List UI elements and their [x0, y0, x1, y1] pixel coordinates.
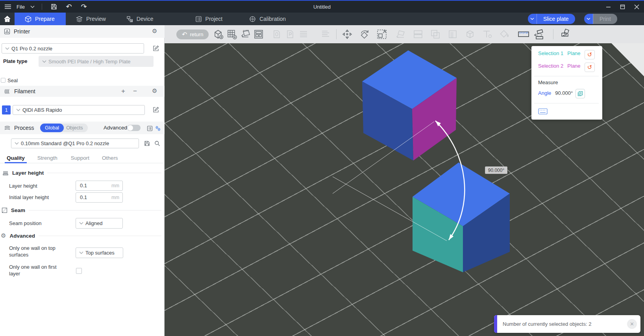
text-tool-icon[interactable]	[481, 28, 494, 41]
split-window-puzzle-icon[interactable]	[559, 28, 572, 41]
assembly-list-icon[interactable]	[319, 28, 332, 41]
tab-device[interactable]: Device	[116, 13, 164, 25]
layer-height-unit: mm	[111, 183, 119, 188]
prepare-cube-icon	[25, 16, 31, 22]
slice-plate-button[interactable]: Slice plate	[537, 14, 575, 24]
return-button[interactable]: ↶ return	[176, 30, 209, 39]
keyboard-shortcuts-icon[interactable]	[538, 107, 548, 115]
tab-preview[interactable]: Preview	[66, 13, 116, 25]
seam-position-dropdown[interactable]: Aligned	[76, 218, 123, 229]
slice-options-chevron-icon[interactable]	[528, 14, 537, 24]
edit-filament-icon[interactable]	[152, 106, 160, 114]
tab-quality[interactable]: Quality	[7, 155, 25, 161]
filament-section-header: Filament + − ⚙	[0, 86, 165, 97]
mesh-boolean-icon[interactable]	[463, 28, 477, 41]
variable-layer-height-icon[interactable]	[297, 28, 310, 41]
compare-presets-gears-icon[interactable]	[154, 125, 161, 132]
selection1-reset-icon[interactable]: ↺	[585, 50, 595, 59]
printer-icon	[4, 28, 10, 35]
split-to-objects-icon[interactable]	[429, 28, 442, 41]
hamburger-menu-icon[interactable]	[5, 4, 11, 9]
printer-preset-dropdown[interactable]: Q1 Pro 0.2 nozzle	[2, 43, 144, 54]
project-icon	[195, 16, 202, 22]
process-list-icon[interactable]	[146, 125, 153, 132]
copy-angle-icon[interactable]	[576, 89, 585, 98]
return-undo-icon: ↶	[182, 31, 187, 38]
only-one-wall-top-label: Only one wall on top surfaces	[9, 245, 68, 258]
print-options-chevron-icon[interactable]	[584, 14, 593, 24]
chevron-down-icon	[42, 60, 46, 63]
initial-layer-height-label: Initial layer height	[9, 194, 49, 200]
scope-global[interactable]: Global	[40, 124, 64, 132]
filament-slot-badge[interactable]: 1	[2, 105, 11, 114]
minimize-icon[interactable]	[604, 2, 613, 11]
paint-tool-icon[interactable]	[498, 28, 511, 41]
search-preset-icon[interactable]	[153, 139, 161, 147]
file-menu[interactable]: File	[17, 4, 25, 10]
assembly-view-icon[interactable]	[533, 28, 546, 41]
remove-filament-icon[interactable]: −	[133, 87, 137, 95]
tab-others[interactable]: Others	[102, 155, 118, 161]
paste-icon[interactable]	[283, 28, 297, 41]
move-tool-icon[interactable]	[341, 28, 354, 41]
undo-icon[interactable]: ↶	[64, 2, 74, 11]
add-object-icon[interactable]	[212, 28, 225, 41]
split-to-parts-icon[interactable]	[446, 28, 459, 41]
quality-tab-underline	[5, 162, 27, 163]
measure-panel: Selection 1 Plane ↺ Selection 2 Plane ↺ …	[531, 46, 602, 120]
tab-project[interactable]: Project	[185, 13, 233, 25]
only-one-wall-top-dropdown[interactable]: Top surfaces	[76, 247, 123, 258]
process-preset-dropdown[interactable]: 0.10mm Standard @Q1 Pro 0.2 nozzle	[11, 138, 139, 148]
maximize-icon[interactable]	[618, 2, 627, 11]
initial-layer-height-input[interactable]	[76, 193, 104, 202]
chevron-down-icon	[15, 142, 19, 145]
lay-on-face-icon[interactable]	[394, 28, 407, 41]
selection2-reset-icon[interactable]: ↺	[585, 63, 595, 72]
seam-position-label: Seam position	[9, 220, 41, 226]
rotate-tool-icon[interactable]	[358, 28, 371, 41]
arrange-icon[interactable]	[252, 28, 265, 41]
tab-support[interactable]: Support	[71, 155, 89, 161]
cut-tool-icon[interactable]	[411, 28, 425, 41]
seal-label: Seal	[7, 78, 18, 83]
copy-icon[interactable]	[270, 28, 283, 41]
measure-tool-icon[interactable]	[517, 28, 530, 41]
tab-prepare[interactable]: Prepare	[15, 13, 66, 25]
filament-preset-dropdown[interactable]: QIDI ABS Rapido	[13, 105, 145, 115]
plate-type-dropdown[interactable]: Smooth PEI Plate / High Temp Plate	[39, 56, 154, 67]
auto-orient-icon[interactable]: AUTO	[239, 28, 252, 41]
add-plate-icon[interactable]	[225, 28, 239, 41]
notification-close-icon[interactable]: ✕	[627, 319, 637, 329]
tab-calibration[interactable]: Calibration	[239, 13, 296, 25]
viewport-3d[interactable]: ↶ return AUTO	[165, 25, 644, 336]
toolbar-separator	[553, 29, 553, 39]
advanced-gears-icon: ⚙	[1, 232, 6, 239]
tab-strength[interactable]: Strength	[37, 155, 57, 161]
filament-section-title: Filament	[14, 88, 35, 94]
selection2-label[interactable]: Selection 2	[538, 63, 563, 69]
edit-printer-icon[interactable]	[152, 44, 160, 52]
advanced-toggle[interactable]	[127, 125, 141, 131]
layer-height-section-title: Layer height	[2, 170, 161, 176]
layer-height-input[interactable]	[76, 181, 104, 190]
add-filament-icon[interactable]: +	[121, 87, 125, 95]
scope-objects[interactable]: Objects	[64, 125, 87, 131]
printer-section-header: Printer ⚙	[0, 25, 165, 38]
file-menu-chevron-icon[interactable]	[30, 6, 35, 8]
process-section-header: Process Global Objects Advanced	[0, 122, 165, 134]
printer-settings-gear-icon[interactable]: ⚙	[152, 28, 157, 35]
toolbar-separator	[336, 29, 337, 39]
home-icon[interactable]	[0, 13, 14, 25]
selection1-label[interactable]: Selection 1	[538, 50, 563, 56]
angle-label: Angle	[538, 90, 551, 96]
redo-icon[interactable]: ↷	[79, 2, 89, 11]
close-icon[interactable]	[632, 2, 641, 11]
only-one-wall-first-checkbox[interactable]	[76, 268, 82, 274]
filament-settings-gear-icon[interactable]: ⚙	[152, 87, 157, 94]
measure-panel-divider	[534, 103, 599, 103]
save-icon[interactable]	[49, 2, 59, 11]
save-preset-icon[interactable]	[143, 139, 151, 147]
seal-checkbox[interactable]	[1, 78, 6, 83]
scale-tool-icon[interactable]	[375, 28, 389, 41]
print-button[interactable]: Print	[593, 14, 617, 24]
